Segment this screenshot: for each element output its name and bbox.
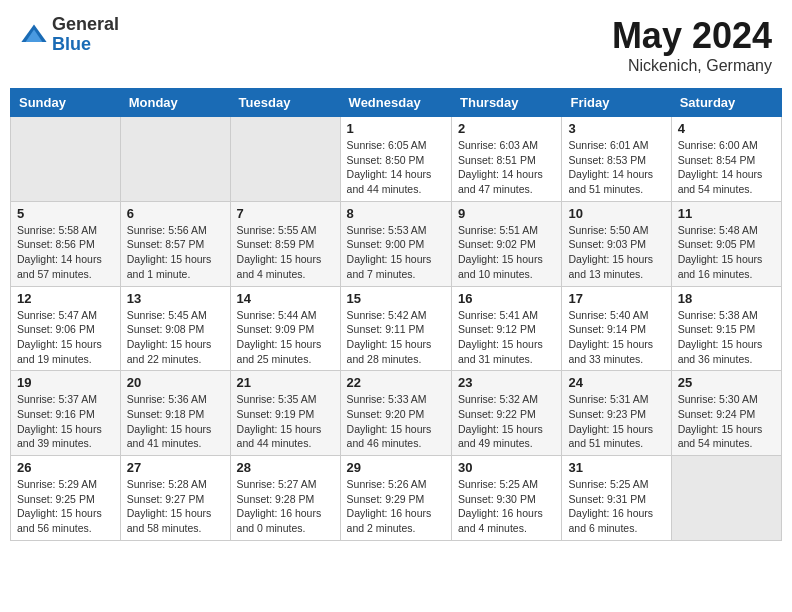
- table-row: 26Sunrise: 5:29 AM Sunset: 9:25 PM Dayli…: [11, 456, 121, 541]
- header-wednesday: Wednesday: [340, 89, 451, 117]
- calendar-week-row: 5Sunrise: 5:58 AM Sunset: 8:56 PM Daylig…: [11, 201, 782, 286]
- day-number: 17: [568, 291, 664, 306]
- day-number: 25: [678, 375, 775, 390]
- day-info: Sunrise: 5:53 AM Sunset: 9:00 PM Dayligh…: [347, 223, 445, 282]
- day-number: 11: [678, 206, 775, 221]
- table-row: 15Sunrise: 5:42 AM Sunset: 9:11 PM Dayli…: [340, 286, 451, 371]
- day-number: 4: [678, 121, 775, 136]
- table-row: 6Sunrise: 5:56 AM Sunset: 8:57 PM Daylig…: [120, 201, 230, 286]
- day-number: 27: [127, 460, 224, 475]
- table-row: [11, 117, 121, 202]
- day-number: 7: [237, 206, 334, 221]
- month-title: May 2024: [612, 15, 772, 57]
- table-row: 20Sunrise: 5:36 AM Sunset: 9:18 PM Dayli…: [120, 371, 230, 456]
- day-info: Sunrise: 5:35 AM Sunset: 9:19 PM Dayligh…: [237, 392, 334, 451]
- page-header: General Blue May 2024 Nickenich, Germany: [10, 10, 782, 80]
- table-row: 9Sunrise: 5:51 AM Sunset: 9:02 PM Daylig…: [452, 201, 562, 286]
- day-number: 30: [458, 460, 555, 475]
- table-row: 21Sunrise: 5:35 AM Sunset: 9:19 PM Dayli…: [230, 371, 340, 456]
- day-number: 31: [568, 460, 664, 475]
- table-row: 10Sunrise: 5:50 AM Sunset: 9:03 PM Dayli…: [562, 201, 671, 286]
- table-row: 28Sunrise: 5:27 AM Sunset: 9:28 PM Dayli…: [230, 456, 340, 541]
- logo-general: General: [52, 15, 119, 35]
- day-info: Sunrise: 5:48 AM Sunset: 9:05 PM Dayligh…: [678, 223, 775, 282]
- day-info: Sunrise: 6:00 AM Sunset: 8:54 PM Dayligh…: [678, 138, 775, 197]
- day-info: Sunrise: 6:03 AM Sunset: 8:51 PM Dayligh…: [458, 138, 555, 197]
- day-info: Sunrise: 5:37 AM Sunset: 9:16 PM Dayligh…: [17, 392, 114, 451]
- table-row: 27Sunrise: 5:28 AM Sunset: 9:27 PM Dayli…: [120, 456, 230, 541]
- logo-icon: [20, 21, 48, 49]
- calendar-week-row: 1Sunrise: 6:05 AM Sunset: 8:50 PM Daylig…: [11, 117, 782, 202]
- day-number: 28: [237, 460, 334, 475]
- calendar-week-row: 26Sunrise: 5:29 AM Sunset: 9:25 PM Dayli…: [11, 456, 782, 541]
- table-row: 31Sunrise: 5:25 AM Sunset: 9:31 PM Dayli…: [562, 456, 671, 541]
- day-info: Sunrise: 5:58 AM Sunset: 8:56 PM Dayligh…: [17, 223, 114, 282]
- header-monday: Monday: [120, 89, 230, 117]
- day-info: Sunrise: 5:25 AM Sunset: 9:31 PM Dayligh…: [568, 477, 664, 536]
- table-row: 29Sunrise: 5:26 AM Sunset: 9:29 PM Dayli…: [340, 456, 451, 541]
- day-info: Sunrise: 5:26 AM Sunset: 9:29 PM Dayligh…: [347, 477, 445, 536]
- table-row: [120, 117, 230, 202]
- table-row: 7Sunrise: 5:55 AM Sunset: 8:59 PM Daylig…: [230, 201, 340, 286]
- table-row: 4Sunrise: 6:00 AM Sunset: 8:54 PM Daylig…: [671, 117, 781, 202]
- table-row: 25Sunrise: 5:30 AM Sunset: 9:24 PM Dayli…: [671, 371, 781, 456]
- calendar-table: Sunday Monday Tuesday Wednesday Thursday…: [10, 88, 782, 541]
- day-number: 18: [678, 291, 775, 306]
- day-number: 13: [127, 291, 224, 306]
- day-info: Sunrise: 5:27 AM Sunset: 9:28 PM Dayligh…: [237, 477, 334, 536]
- title-block: May 2024 Nickenich, Germany: [612, 15, 772, 75]
- day-info: Sunrise: 5:25 AM Sunset: 9:30 PM Dayligh…: [458, 477, 555, 536]
- day-info: Sunrise: 5:29 AM Sunset: 9:25 PM Dayligh…: [17, 477, 114, 536]
- day-number: 1: [347, 121, 445, 136]
- logo-blue: Blue: [52, 35, 119, 55]
- logo-text: General Blue: [52, 15, 119, 55]
- day-info: Sunrise: 5:28 AM Sunset: 9:27 PM Dayligh…: [127, 477, 224, 536]
- header-friday: Friday: [562, 89, 671, 117]
- day-number: 5: [17, 206, 114, 221]
- logo: General Blue: [20, 15, 119, 55]
- table-row: 1Sunrise: 6:05 AM Sunset: 8:50 PM Daylig…: [340, 117, 451, 202]
- day-number: 23: [458, 375, 555, 390]
- day-info: Sunrise: 5:50 AM Sunset: 9:03 PM Dayligh…: [568, 223, 664, 282]
- table-row: 17Sunrise: 5:40 AM Sunset: 9:14 PM Dayli…: [562, 286, 671, 371]
- table-row: 14Sunrise: 5:44 AM Sunset: 9:09 PM Dayli…: [230, 286, 340, 371]
- table-row: 5Sunrise: 5:58 AM Sunset: 8:56 PM Daylig…: [11, 201, 121, 286]
- day-number: 20: [127, 375, 224, 390]
- day-info: Sunrise: 5:42 AM Sunset: 9:11 PM Dayligh…: [347, 308, 445, 367]
- weekday-header-row: Sunday Monday Tuesday Wednesday Thursday…: [11, 89, 782, 117]
- day-info: Sunrise: 5:32 AM Sunset: 9:22 PM Dayligh…: [458, 392, 555, 451]
- day-number: 2: [458, 121, 555, 136]
- day-number: 26: [17, 460, 114, 475]
- day-info: Sunrise: 6:05 AM Sunset: 8:50 PM Dayligh…: [347, 138, 445, 197]
- table-row: [230, 117, 340, 202]
- day-number: 29: [347, 460, 445, 475]
- day-number: 10: [568, 206, 664, 221]
- day-number: 22: [347, 375, 445, 390]
- table-row: 2Sunrise: 6:03 AM Sunset: 8:51 PM Daylig…: [452, 117, 562, 202]
- header-saturday: Saturday: [671, 89, 781, 117]
- day-info: Sunrise: 5:55 AM Sunset: 8:59 PM Dayligh…: [237, 223, 334, 282]
- table-row: 18Sunrise: 5:38 AM Sunset: 9:15 PM Dayli…: [671, 286, 781, 371]
- calendar-week-row: 19Sunrise: 5:37 AM Sunset: 9:16 PM Dayli…: [11, 371, 782, 456]
- day-info: Sunrise: 5:45 AM Sunset: 9:08 PM Dayligh…: [127, 308, 224, 367]
- day-info: Sunrise: 6:01 AM Sunset: 8:53 PM Dayligh…: [568, 138, 664, 197]
- day-info: Sunrise: 5:33 AM Sunset: 9:20 PM Dayligh…: [347, 392, 445, 451]
- day-number: 9: [458, 206, 555, 221]
- table-row: 3Sunrise: 6:01 AM Sunset: 8:53 PM Daylig…: [562, 117, 671, 202]
- table-row: 23Sunrise: 5:32 AM Sunset: 9:22 PM Dayli…: [452, 371, 562, 456]
- table-row: 8Sunrise: 5:53 AM Sunset: 9:00 PM Daylig…: [340, 201, 451, 286]
- day-number: 15: [347, 291, 445, 306]
- day-number: 19: [17, 375, 114, 390]
- header-thursday: Thursday: [452, 89, 562, 117]
- day-info: Sunrise: 5:36 AM Sunset: 9:18 PM Dayligh…: [127, 392, 224, 451]
- day-number: 14: [237, 291, 334, 306]
- day-info: Sunrise: 5:51 AM Sunset: 9:02 PM Dayligh…: [458, 223, 555, 282]
- day-number: 8: [347, 206, 445, 221]
- table-row: 16Sunrise: 5:41 AM Sunset: 9:12 PM Dayli…: [452, 286, 562, 371]
- day-info: Sunrise: 5:38 AM Sunset: 9:15 PM Dayligh…: [678, 308, 775, 367]
- day-info: Sunrise: 5:47 AM Sunset: 9:06 PM Dayligh…: [17, 308, 114, 367]
- day-info: Sunrise: 5:56 AM Sunset: 8:57 PM Dayligh…: [127, 223, 224, 282]
- day-number: 21: [237, 375, 334, 390]
- header-sunday: Sunday: [11, 89, 121, 117]
- day-number: 3: [568, 121, 664, 136]
